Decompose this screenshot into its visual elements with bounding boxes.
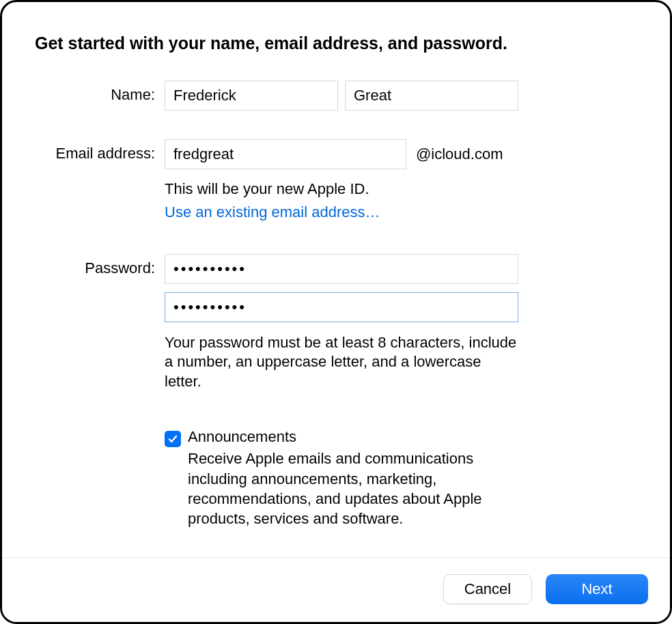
announcements-checkbox[interactable] bbox=[165, 431, 181, 447]
password-label: Password: bbox=[35, 254, 165, 277]
first-name-input[interactable] bbox=[165, 81, 338, 111]
password-row: Password: Your password must be at least… bbox=[35, 254, 637, 392]
email-input[interactable] bbox=[165, 139, 406, 169]
checkmark-icon bbox=[167, 434, 178, 444]
password-requirements-text: Your password must be at least 8 charact… bbox=[165, 333, 520, 392]
last-name-input[interactable] bbox=[345, 81, 518, 111]
next-button[interactable]: Next bbox=[546, 574, 648, 604]
email-helper-text: This will be your new Apple ID. bbox=[165, 179, 637, 199]
name-row: Name: bbox=[35, 81, 637, 111]
cancel-button[interactable]: Cancel bbox=[443, 574, 532, 604]
password-input[interactable] bbox=[165, 254, 518, 284]
announcements-row: Announcements Receive Apple emails and c… bbox=[35, 428, 637, 528]
name-label: Name: bbox=[35, 81, 165, 104]
signup-dialog: Get started with your name, email addres… bbox=[0, 0, 672, 624]
email-domain-suffix: @icloud.com bbox=[416, 145, 503, 163]
page-title: Get started with your name, email addres… bbox=[35, 33, 637, 53]
email-label: Email address: bbox=[35, 139, 165, 162]
email-row: Email address: @icloud.com This will be … bbox=[35, 139, 637, 221]
dialog-footer: Cancel Next bbox=[2, 557, 670, 622]
password-confirm-input[interactable] bbox=[165, 292, 518, 322]
use-existing-email-link[interactable]: Use an existing email address… bbox=[165, 203, 380, 221]
announcements-label[interactable]: Announcements bbox=[188, 428, 536, 446]
announcements-description: Receive Apple emails and communications … bbox=[188, 449, 536, 528]
